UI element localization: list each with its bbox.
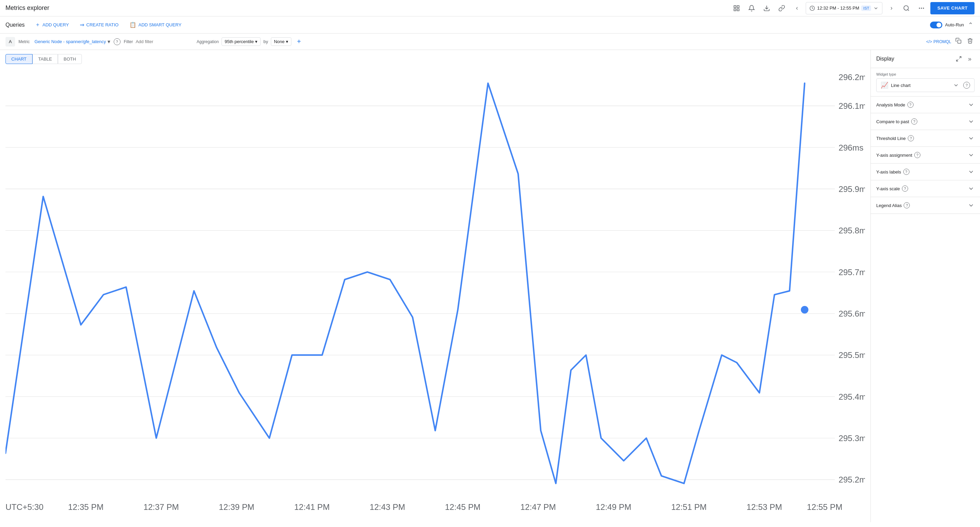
- svg-text:12:55 PM: 12:55 PM: [807, 502, 842, 512]
- dashboard-icon-btn[interactable]: [730, 2, 743, 14]
- svg-point-45: [801, 306, 808, 313]
- svg-text:12:35 PM: 12:35 PM: [68, 502, 104, 512]
- save-chart-button[interactable]: SAVE CHART: [930, 2, 975, 14]
- widget-type-selector[interactable]: 📈 Line chart ?: [876, 78, 975, 92]
- y-axis-assignment-help-icon[interactable]: ?: [914, 152, 920, 158]
- promql-button[interactable]: </> PROMQL: [926, 40, 951, 44]
- aggregation-selector[interactable]: 95th percentile ▾: [221, 37, 261, 46]
- delete-query-button[interactable]: [966, 36, 975, 47]
- create-ratio-button[interactable]: ⇒ CREATE RATIO: [76, 19, 122, 30]
- accordion-threshold-line-title: Threshold Line ?: [876, 135, 968, 141]
- add-icon: ＋: [35, 21, 40, 29]
- accordion-compare-to-past-title: Compare to past ?: [876, 118, 968, 125]
- widget-type-help-icon[interactable]: ?: [963, 82, 970, 89]
- y-axis-scale-help-icon[interactable]: ?: [902, 186, 908, 192]
- svg-text:12:41 PM: 12:41 PM: [294, 502, 330, 512]
- time-range-value: 12:32 PM - 12:55 PM: [817, 5, 859, 11]
- collapse-button[interactable]: ⌃: [967, 20, 975, 30]
- add-aggregation-button[interactable]: +: [294, 37, 304, 46]
- svg-rect-3: [737, 8, 739, 11]
- svg-line-47: [956, 60, 958, 61]
- svg-text:295.7ms: 295.7ms: [838, 268, 865, 277]
- accordion-y-axis-labels-title: Y-axis labels ?: [876, 169, 968, 175]
- app-header: Metrics explorer ‹ 12:32 PM - 12:55 PM I…: [0, 0, 980, 16]
- widget-type-section: Widget type 📈 Line chart ?: [871, 68, 980, 97]
- svg-text:295.5ms: 295.5ms: [838, 351, 865, 360]
- timezone-badge: IST: [861, 5, 871, 11]
- accordion-analysis-mode-title: Analysis Mode ?: [876, 102, 968, 108]
- more-options-btn[interactable]: [915, 2, 928, 14]
- compare-to-past-chevron-icon: [968, 118, 975, 125]
- metric-selector[interactable]: Generic Node - spanner/gfe_latency ▾: [35, 38, 110, 45]
- accordion-analysis-mode-header[interactable]: Analysis Mode ?: [871, 97, 980, 113]
- display-collapse-icon[interactable]: »: [965, 54, 975, 63]
- accordion-y-axis-assignment-header[interactable]: Y-axis assignment ?: [871, 147, 980, 163]
- accordion-y-axis-scale-header[interactable]: Y-axis scale ?: [871, 180, 980, 197]
- compare-to-past-help-icon[interactable]: ?: [911, 118, 917, 125]
- svg-point-10: [920, 8, 920, 8]
- metric-help-icon[interactable]: ?: [114, 38, 121, 45]
- accordion-legend-alias: Legend Alias ?: [871, 197, 980, 214]
- accordion-legend-alias-header[interactable]: Legend Alias ?: [871, 197, 980, 214]
- main-area: CHART TABLE BOTH 295.2ms 295.3ms: [0, 50, 980, 522]
- analysis-mode-help-icon[interactable]: ?: [907, 102, 913, 108]
- time-range-selector[interactable]: 12:32 PM - 12:55 PM IST: [806, 2, 882, 14]
- svg-text:12:51 PM: 12:51 PM: [671, 502, 707, 512]
- svg-text:296ms: 296ms: [838, 143, 864, 152]
- accordion-legend-alias-title: Legend Alias ?: [876, 202, 968, 208]
- svg-text:295.2ms: 295.2ms: [838, 475, 865, 484]
- filter-input[interactable]: [135, 39, 193, 44]
- accordion-compare-to-past: Compare to past ?: [871, 113, 980, 130]
- download-icon-btn[interactable]: [760, 2, 773, 14]
- tab-table[interactable]: TABLE: [33, 54, 58, 64]
- svg-text:295.9ms: 295.9ms: [838, 184, 865, 194]
- notification-icon-btn[interactable]: [745, 2, 758, 14]
- display-header-icons: »: [954, 54, 975, 63]
- filter-label: Filter: [124, 40, 133, 44]
- analysis-mode-chevron-icon: [968, 101, 975, 108]
- threshold-line-help-icon[interactable]: ?: [908, 135, 914, 141]
- chart-legend: gfe_latency: [5, 521, 865, 522]
- widget-type-chevron-icon: [953, 82, 959, 88]
- accordion-y-axis-labels-header[interactable]: Y-axis labels ?: [871, 163, 980, 180]
- query-letter: A: [5, 37, 15, 46]
- auto-run-label: Auto-Run: [945, 22, 964, 27]
- svg-text:12:47 PM: 12:47 PM: [520, 502, 556, 512]
- aggregation-section: Aggregation 95th percentile ▾ by None ▾ …: [197, 37, 304, 46]
- svg-text:12:39 PM: 12:39 PM: [219, 502, 255, 512]
- svg-rect-1: [737, 5, 739, 8]
- svg-rect-0: [734, 5, 736, 8]
- accordion-threshold-line-header[interactable]: Threshold Line ?: [871, 130, 980, 146]
- add-query-button[interactable]: ＋ ADD QUERY: [32, 19, 72, 30]
- prev-btn[interactable]: ‹: [791, 2, 803, 14]
- auto-run-container: Auto-Run ⌃: [930, 20, 975, 30]
- tab-chart[interactable]: CHART: [5, 54, 33, 64]
- svg-point-9: [923, 8, 924, 8]
- y-axis-labels-help-icon[interactable]: ?: [903, 169, 910, 175]
- svg-rect-11: [958, 40, 961, 43]
- aggregation-value: 95th percentile: [224, 39, 254, 44]
- agg-chevron-icon: ▾: [255, 39, 258, 44]
- accordion-compare-to-past-header[interactable]: Compare to past ?: [871, 113, 980, 130]
- display-expand-icon[interactable]: [954, 54, 964, 63]
- display-header: Display »: [871, 50, 980, 68]
- app-title: Metrics explorer: [5, 5, 726, 12]
- auto-run-toggle[interactable]: [930, 22, 942, 29]
- link-icon-btn[interactable]: [776, 2, 788, 14]
- next-btn[interactable]: ›: [885, 2, 897, 14]
- copy-query-button[interactable]: [954, 36, 963, 47]
- group-by-selector[interactable]: None ▾: [271, 37, 291, 46]
- svg-point-6: [904, 5, 908, 10]
- svg-text:295.3ms: 295.3ms: [838, 433, 865, 443]
- tab-both[interactable]: BOTH: [58, 54, 82, 64]
- filter-section: Filter: [124, 39, 194, 44]
- accordion-y-axis-labels: Y-axis labels ?: [871, 163, 980, 180]
- aggregation-label: Aggregation: [197, 40, 219, 44]
- line-chart-icon: 📈: [881, 81, 888, 89]
- smart-query-icon: 📋: [129, 22, 136, 28]
- add-smart-query-button[interactable]: 📋 ADD SMART QUERY: [126, 19, 185, 30]
- metric-chevron-icon: ▾: [108, 38, 110, 45]
- legend-alias-help-icon[interactable]: ?: [904, 202, 910, 208]
- search-btn[interactable]: [900, 2, 913, 14]
- svg-line-7: [908, 9, 909, 11]
